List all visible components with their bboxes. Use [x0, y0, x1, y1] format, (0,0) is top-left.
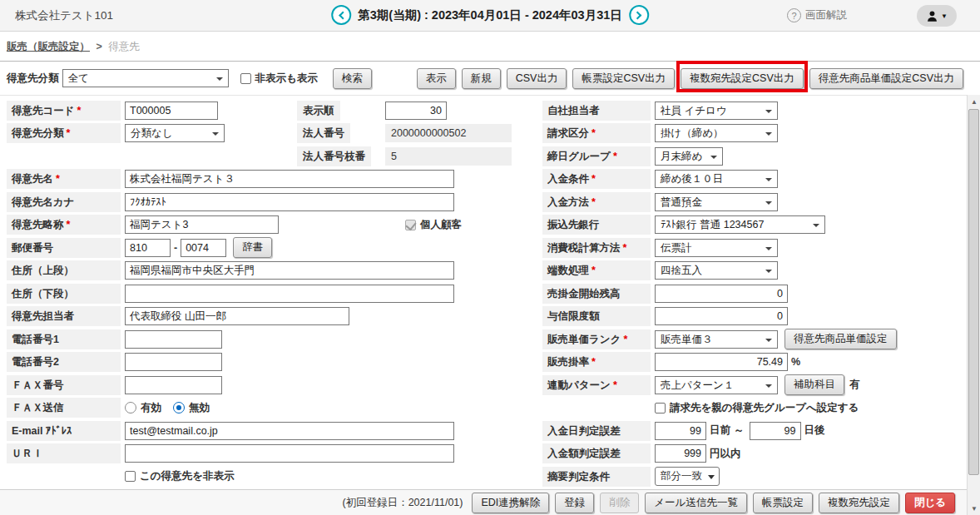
csv-export-button[interactable]: CSV出力 [507, 68, 567, 89]
summary-match-select[interactable]: 部分一致 [655, 467, 720, 486]
corporate-number-label: 法人番号 [297, 123, 350, 143]
receivable-label: 売掛金開始残高 [542, 284, 651, 304]
filter-toolbar: 得意先分類 全て 非表示も表示 検索 表示 新規 CSV出力 帳票設定CSV出力… [0, 62, 980, 95]
fax-send-row: ＦＡＸ送信 有効 無効 [7, 397, 539, 420]
user-menu-button[interactable]: ▼ [917, 5, 957, 27]
mail-recipients-button[interactable]: メール送信先一覧 [645, 493, 747, 513]
report-setting-button[interactable]: 帳票設定 [753, 493, 813, 513]
product-price-csv-button[interactable]: 得意先商品単価設定CSV出力 [809, 68, 963, 89]
customer-abbr-input[interactable] [125, 215, 279, 234]
sub-account-button[interactable]: 補助科目 [784, 374, 844, 395]
close-button[interactable]: 閉じる [905, 493, 955, 513]
prev-period-button[interactable] [331, 5, 351, 25]
breadcrumb-parent-link[interactable]: 販売（販売設定） [7, 41, 90, 52]
multi-address-setting-button[interactable]: 複数宛先設定 [819, 493, 899, 513]
scroll-down-icon[interactable]: ▼ [968, 502, 980, 515]
billing-type-select[interactable]: 掛け（締め） [655, 124, 778, 142]
corporate-branch-value: 5 [385, 147, 512, 166]
payment-date-tolerance-label: 入金日判定誤差 [542, 421, 651, 441]
hide-customer-row: この得意先を非表示 [7, 465, 539, 488]
search-button[interactable]: 検索 [333, 68, 372, 89]
link-pattern-select[interactable]: 売上パターン１ [655, 376, 778, 394]
parent-group-checkbox[interactable] [655, 403, 666, 413]
date-tolerance-before-input[interactable] [655, 422, 706, 440]
fax-input[interactable] [125, 376, 222, 394]
address-lower-input[interactable] [125, 285, 454, 303]
register-button[interactable]: 登録 [555, 493, 594, 513]
uri-input[interactable] [125, 444, 454, 463]
customer-product-price-button[interactable]: 得意先商品単価設定 [784, 329, 897, 349]
tel1-input[interactable] [125, 330, 222, 349]
show-button[interactable]: 表示 [417, 68, 456, 89]
customer-code-input[interactable] [125, 102, 218, 120]
amount-tolerance-input[interactable] [655, 444, 706, 463]
personal-customer-wrap: 個人顧客 [405, 218, 462, 232]
customer-abbr-label: 得意先略称* [7, 215, 121, 235]
tel2-input[interactable] [125, 353, 222, 371]
chevron-right-icon [633, 11, 641, 19]
first-registered-date: (初回登録日：2021/11/01) [343, 496, 463, 510]
receivable-input[interactable] [655, 285, 788, 303]
email-input[interactable] [125, 422, 454, 440]
rounding-select[interactable]: 四捨五入 [655, 261, 778, 280]
customer-name-row: 得意先名* [7, 168, 539, 191]
sub-account-exists-label: 有 [849, 378, 860, 392]
form-right-column: 自社担当者 社員 イチロウ 請求区分* 掛け（締め） 締日グループ* 月末締め … [542, 99, 965, 488]
postal-code-row: 郵便番号 - 辞書 [7, 236, 539, 260]
price-rank-row: 販売単価ランク* 販売単価３ 得意先商品単価設定 [542, 328, 965, 351]
customer-name-input[interactable] [125, 170, 454, 188]
payment-method-select[interactable]: 普通預金 [655, 193, 778, 211]
fax-send-disabled-radio[interactable] [173, 402, 185, 413]
scrollbar-thumb[interactable] [968, 109, 979, 475]
display-order-label: 表示順 [297, 101, 340, 121]
postal-code-input-1[interactable] [125, 239, 171, 257]
address-upper-label: 住所（上段） [7, 260, 121, 280]
date-tolerance-after-input[interactable] [750, 422, 801, 440]
display-order-input[interactable] [385, 102, 447, 120]
customer-contact-input[interactable] [125, 307, 349, 325]
show-hidden-checkbox[interactable] [240, 73, 251, 84]
customer-kana-input[interactable] [125, 193, 454, 211]
hide-customer-label: この得意先を非表示 [140, 469, 234, 483]
billing-type-label: 請求区分* [542, 123, 651, 143]
customer-master-window: 株式会社テスト101 第3期(当期) : 2023年04月01日 - 2024年… [0, 0, 980, 515]
scroll-up-icon[interactable]: ▲ [968, 95, 980, 108]
toolbar-buttons: 表示 新規 CSV出力 帳票設定CSV出力 複数宛先設定CSV出力 得意先商品単… [417, 68, 963, 89]
category-filter-select[interactable]: 全て [62, 69, 229, 87]
bank-label: 振込先銀行 [542, 215, 651, 235]
tax-calc-select[interactable]: 伝票計 [655, 239, 778, 257]
report-setting-csv-button[interactable]: 帳票設定CSV出力 [572, 68, 675, 89]
payment-terms-select[interactable]: 締め後１０日 [655, 170, 778, 188]
credit-limit-row: 与信限度額 [542, 305, 965, 329]
sales-rate-unit: % [791, 356, 800, 368]
customer-category-select[interactable]: 分類なし [125, 124, 225, 142]
customer-code-row: 得意先コード* 表示順 [7, 99, 539, 122]
fiscal-period-label: 第3期(当期) : 2023年04月01日 - 2024年03月31日 [358, 7, 622, 23]
price-rank-select[interactable]: 販売単価３ [655, 330, 778, 349]
rounding-row: 端数処理* 四捨五入 [542, 260, 965, 283]
tel2-row: 電話番号2 [7, 351, 539, 374]
sales-rate-input[interactable] [655, 353, 788, 371]
postal-dictionary-button[interactable]: 辞書 [233, 237, 272, 258]
multi-address-csv-button[interactable]: 複数宛先設定CSV出力 [681, 68, 804, 89]
fax-send-enabled-radio[interactable] [125, 402, 136, 413]
postal-separator: - [174, 242, 177, 254]
screen-help-button[interactable]: ? 画面解説 [787, 8, 847, 22]
bank-select[interactable]: ﾃｽﾄ銀行 普通 1234567 [655, 215, 825, 234]
date-tolerance-before-unit: 日前 [710, 423, 730, 438]
next-period-button[interactable] [629, 5, 649, 25]
uri-row: ＵＲＩ [7, 443, 539, 466]
new-button[interactable]: 新規 [462, 68, 501, 89]
parent-group-wrap: 請求先を親の得意先グループへ設定する [655, 401, 859, 415]
address-upper-input[interactable] [125, 261, 454, 280]
credit-limit-input[interactable] [655, 307, 788, 325]
postal-code-input-2[interactable] [181, 239, 226, 257]
edi-unlink-button[interactable]: EDI連携解除 [472, 493, 549, 513]
hide-customer-checkbox[interactable] [125, 471, 136, 482]
uri-label: ＵＲＩ [7, 443, 121, 463]
vertical-scrollbar[interactable]: ▲ ▼ [967, 95, 980, 515]
closing-group-select[interactable]: 月末締め [655, 147, 723, 166]
staff-select[interactable]: 社員 イチロウ [655, 102, 778, 120]
parent-group-row: 請求先を親の得意先グループへ設定する [542, 397, 965, 420]
tel1-row: 電話番号1 [7, 328, 539, 351]
